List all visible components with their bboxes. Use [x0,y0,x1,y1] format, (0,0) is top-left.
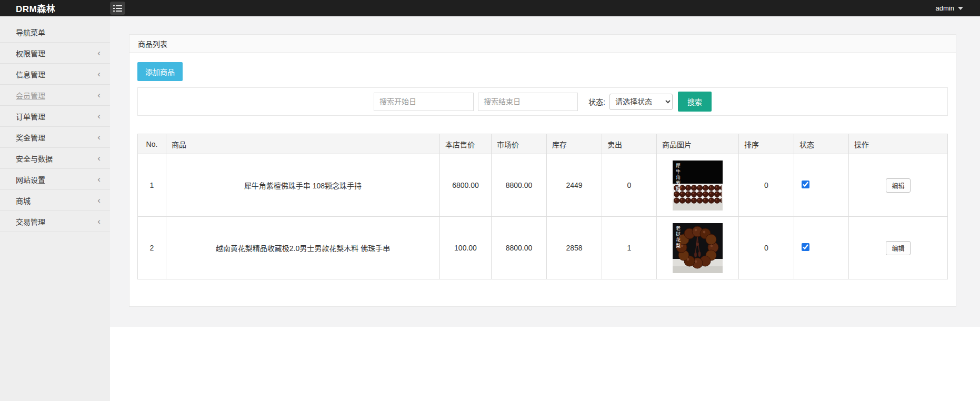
cell-image: 老挝花梨 [657,217,739,279]
sidebar-item-info[interactable]: 信息管理 ‹ [0,64,110,85]
cell-action: 编辑 [849,154,948,217]
table-row: 1 犀牛角紫檀佛珠手串 108颗念珠手持 6800.00 8800.00 244… [138,154,948,217]
chevron-left-icon: ‹ [97,112,101,121]
sidebar-item-label: 商城 [16,195,31,206]
sidebar-item-label: 会员管理 [16,90,45,101]
search-end-date-input[interactable] [478,93,578,111]
edit-button[interactable]: 编辑 [886,241,910,255]
cell-product-name: 犀牛角紫檀佛珠手串 108颗念珠手持 [166,154,440,217]
status-select[interactable]: 请选择状态 [609,94,673,110]
chevron-left-icon: ‹ [97,154,101,163]
caret-down-icon [958,7,963,10]
cell-sold: 1 [602,217,657,279]
status-checkbox[interactable] [802,181,809,188]
edit-button[interactable]: 编辑 [886,178,910,193]
header-sort: 排序 [739,134,794,154]
cell-product-name: 越南黄花梨精品收藏极2.0男士男款花梨木料 佛珠手串 [166,217,440,279]
chevron-left-icon: ‹ [97,133,101,142]
add-product-button[interactable]: 添加商品 [137,62,183,81]
chevron-left-icon: ‹ [97,48,101,57]
table-header-row: No. 商品 本店售价 市场价 库存 卖出 商品图片 排序 状态 操作 [138,134,948,154]
sidebar-item-label: 安全与数据 [16,153,53,164]
header-stock: 库存 [547,134,602,154]
cell-sold: 0 [602,154,657,217]
product-table: No. 商品 本店售价 市场价 库存 卖出 商品图片 排序 状态 操作 1 [137,134,948,279]
sidebar-header: 导航菜单 [0,22,110,43]
cell-market-price: 8800.00 [492,154,547,217]
user-menu[interactable]: admin [936,4,963,12]
sidebar-item-label: 权限管理 [16,48,45,58]
header-no: No. [138,134,166,154]
image-vertical-label: 老挝花梨 [675,226,680,249]
cell-no: 1 [138,154,166,217]
chevron-left-icon: ‹ [97,69,101,78]
sidebar-item-transactions[interactable]: 交易管理 ‹ [0,211,110,232]
cell-no: 2 [138,217,166,279]
sidebar-item-mall[interactable]: 商城 ‹ [0,190,110,211]
username: admin [936,4,954,12]
header-sold: 卖出 [602,134,657,154]
table-row: 2 越南黄花梨精品收藏极2.0男士男款花梨木料 佛珠手串 100.00 8800… [138,217,948,279]
status-checkbox[interactable] [802,243,809,251]
cell-action: 编辑 [849,217,948,279]
sidebar-header-label: 导航菜单 [16,27,45,37]
header-image: 商品图片 [657,134,739,154]
cell-shop-price: 6800.00 [440,154,492,217]
sidebar-item-label: 订单管理 [16,111,45,122]
header-action: 操作 [849,134,948,154]
cell-shop-price: 100.00 [440,217,492,279]
sidebar-item-label: 交易管理 [16,216,45,227]
sidebar: 导航菜单 权限管理 ‹ 信息管理 ‹ 会员管理 ‹ 订单管理 ‹ 奖金管理 ‹ … [0,16,110,401]
product-image-bead-ring: 老挝花梨 [673,223,723,273]
cell-status [794,217,849,279]
sidebar-item-permissions[interactable]: 权限管理 ‹ [0,43,110,64]
cell-image: 犀牛角紫檀 [657,154,739,217]
app-logo[interactable]: DRM森林 [16,2,55,15]
product-image-beads-stack: 犀牛角紫檀 [673,161,723,210]
cell-stock: 2449 [547,154,602,217]
sidebar-item-label: 信息管理 [16,69,45,79]
cell-sort: 0 [739,154,794,217]
header-product: 商品 [166,134,440,154]
sidebar-item-members[interactable]: 会员管理 ‹ [0,85,110,106]
sidebar-item-site-settings[interactable]: 网站设置 ‹ [0,169,110,190]
chevron-left-icon: ‹ [97,91,101,99]
header-shop-price: 本店售价 [440,134,492,154]
product-list-panel: 商品列表 添加商品 状态: 请选择状态 搜索 [129,34,956,307]
cell-status [794,154,849,217]
sidebar-item-label: 奖金管理 [16,132,45,143]
chevron-left-icon: ‹ [97,217,101,226]
search-button[interactable]: 搜索 [678,92,712,112]
sidebar-item-bonus[interactable]: 奖金管理 ‹ [0,127,110,148]
image-vertical-label: 犀牛角紫檀 [675,163,680,192]
logo-block: DRM森林 [0,0,110,16]
search-bar: 状态: 请选择状态 搜索 [137,87,948,116]
status-label: 状态: [588,96,605,107]
panel-header: 商品列表 [129,35,956,53]
cell-market-price: 8800.00 [492,217,547,279]
sidebar-item-orders[interactable]: 订单管理 ‹ [0,106,110,127]
chevron-left-icon: ‹ [97,175,101,184]
sidebar-item-security-data[interactable]: 安全与数据 ‹ [0,148,110,169]
topbar: DRM森林 admin [0,0,980,16]
panel-body: 添加商品 状态: 请选择状态 搜索 No. [129,53,956,289]
panel-title: 商品列表 [138,38,167,49]
header-market-price: 市场价 [492,134,547,154]
chevron-left-icon: ‹ [97,196,101,205]
search-start-date-input[interactable] [374,93,474,111]
cell-stock: 2858 [547,217,602,279]
menu-toggle-button[interactable] [110,2,125,15]
header-status: 状态 [794,134,849,154]
sidebar-item-label: 网站设置 [16,174,45,185]
cell-sort: 0 [739,217,794,279]
content-wrapper: 商品列表 添加商品 状态: 请选择状态 搜索 [110,16,980,327]
